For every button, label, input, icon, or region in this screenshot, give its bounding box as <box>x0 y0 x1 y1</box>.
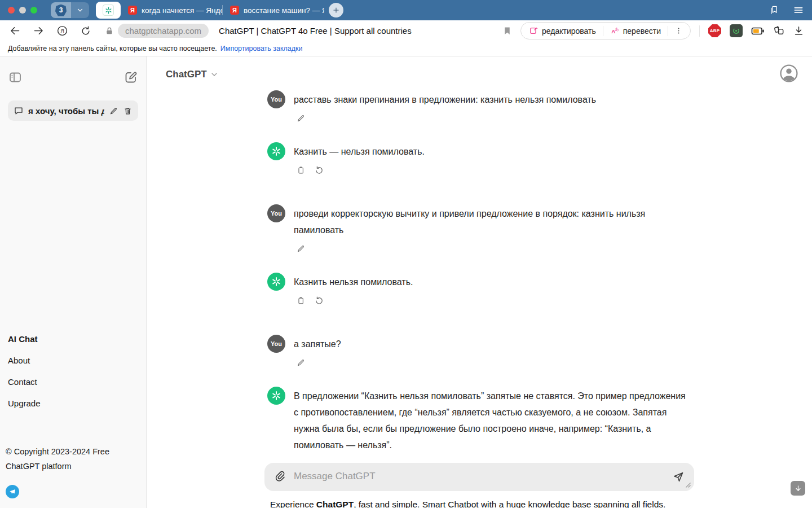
import-bookmarks-link[interactable]: Импортировать закладки <box>220 45 303 52</box>
bookmarks-bar: Добавляйте на эту панель сайты, которые … <box>0 41 812 56</box>
message-row: Казнить — нельзя помиловать. <box>264 142 694 176</box>
back-button[interactable] <box>8 24 21 38</box>
bookmark-icon[interactable] <box>502 26 512 36</box>
scroll-to-bottom-button[interactable] <box>791 481 805 496</box>
sidebar-item-about[interactable]: About <box>8 356 41 365</box>
forward-button[interactable] <box>32 24 45 38</box>
user-avatar: You <box>267 90 285 108</box>
message-row: Youпроведи корректорскую вычитку и приве… <box>264 204 694 253</box>
message-input[interactable] <box>264 463 694 491</box>
collections-extension-icon[interactable] <box>773 25 785 37</box>
telegram-icon <box>8 488 16 496</box>
tab-list-dropdown[interactable] <box>71 2 89 18</box>
message-actions <box>294 244 686 253</box>
regenerate-button[interactable] <box>314 165 324 176</box>
chat-bubble-icon <box>14 106 24 116</box>
tab-title: когда начнется — Яндекс <box>142 6 222 15</box>
telegram-link[interactable] <box>6 485 19 498</box>
chatgpt-avatar <box>267 273 285 291</box>
message-row: В предложении “Казнить нельзя помиловать… <box>264 387 694 453</box>
menu-icon[interactable] <box>793 5 804 16</box>
message-actions <box>294 165 425 176</box>
tab-chatgpt-active[interactable] <box>96 2 121 19</box>
tab-yandex-2[interactable]: Я восстание машин? — Янд <box>223 1 324 19</box>
footer-brand: ChatGPT <box>316 500 354 508</box>
adblock-extension-icon[interactable]: ABP <box>708 24 721 37</box>
downloads-icon[interactable] <box>793 25 804 36</box>
paperclip-icon <box>274 471 286 483</box>
sidebar-toggle-button[interactable] <box>8 70 23 85</box>
regenerate-button[interactable] <box>314 296 324 306</box>
tab-counter[interactable]: 3 <box>51 2 71 18</box>
new-tab-button[interactable] <box>329 3 343 17</box>
message-composer <box>264 463 694 493</box>
account-avatar[interactable] <box>779 64 798 83</box>
user-avatar: You <box>267 204 285 222</box>
more-actions-button[interactable] <box>668 27 689 35</box>
svg-text:Я: Я <box>60 28 64 34</box>
chatgpt-avatar <box>267 142 285 160</box>
lock-icon <box>105 27 114 36</box>
chatgpt-extension-icon[interactable] <box>730 24 743 37</box>
browser-toolbar: Я chatgptchatapp.com ChatGPT | ChatGPT 4… <box>0 20 812 41</box>
edit-message-button[interactable] <box>296 358 306 367</box>
model-dropdown-button[interactable] <box>210 70 219 79</box>
chatgpt-favicon <box>103 5 114 16</box>
message-text: расставь знаки препинания в предложении:… <box>294 90 596 108</box>
new-chat-button[interactable] <box>123 70 138 85</box>
edit-icon <box>529 26 539 36</box>
sidebar-nav: AI Chat About Contact Upgrade <box>8 334 41 408</box>
copyright-text: © Copyright 2023-2024 Free ChatGPT platf… <box>6 445 139 474</box>
message-actions <box>294 296 413 306</box>
footer-suffix: , fast and simple. Smart Chatbot with a … <box>354 500 665 508</box>
translate-button[interactable]: Aあ перевести <box>603 26 668 36</box>
chat-history-item[interactable]: я хочу, чтобы ты дей... <box>8 100 138 121</box>
url-text[interactable]: chatgptchatapp.com <box>118 24 209 38</box>
window-minimize-button[interactable] <box>19 7 26 14</box>
delete-chat-button[interactable] <box>123 106 133 116</box>
battery-extension-icon[interactable] <box>751 25 765 37</box>
message-row: Казнить нельзя помиловать. <box>264 273 694 306</box>
attach-file-button[interactable] <box>274 471 286 485</box>
message-text: Казнить — нельзя помиловать. <box>294 142 425 160</box>
plus-icon <box>332 6 340 14</box>
footer-prefix: Experience <box>270 500 316 508</box>
message-text: проведи корректорскую вычитку и привели … <box>294 204 686 238</box>
bookmarks-hint-text: Добавляйте на эту панель сайты, которые … <box>8 45 217 52</box>
copy-message-button[interactable] <box>296 296 306 306</box>
person-icon <box>779 64 798 83</box>
message-actions <box>294 358 341 367</box>
browser-tab-bar: 3 Я когда начнется — Яндекс Я восстание … <box>0 0 812 20</box>
experience-footer: Experience ChatGPT, fast and simple. Sma… <box>264 500 694 508</box>
message-row: Youрасставь знаки препинания в предложен… <box>264 90 694 123</box>
resize-handle[interactable] <box>685 480 691 490</box>
reload-button[interactable] <box>79 24 92 38</box>
window-zoom-button[interactable] <box>30 7 37 14</box>
bookmarks-panel-icon[interactable] <box>768 5 779 16</box>
chatgpt-avatar <box>267 387 285 405</box>
edit-message-button[interactable] <box>296 244 306 253</box>
toolbar-separator <box>699 25 700 37</box>
sidebar-item-contact[interactable]: Contact <box>8 377 41 387</box>
window-close-button[interactable] <box>8 7 15 14</box>
address-bar[interactable]: chatgptchatapp.com <box>105 24 209 38</box>
yandex-services-icon[interactable]: Я <box>55 24 69 38</box>
copy-message-button[interactable] <box>296 165 306 176</box>
edit-page-label: редактировать <box>542 27 596 36</box>
sidebar-item-upgrade[interactable]: Upgrade <box>8 398 41 408</box>
message-row: Youа запятые? <box>264 335 694 367</box>
translate-icon: Aあ <box>610 26 620 36</box>
page-title: ChatGPT | ChatGPT 4o Free | Support all … <box>219 26 412 36</box>
message-text: В предложении “Казнить нельзя помиловать… <box>294 387 686 453</box>
yandex-favicon: Я <box>128 6 137 15</box>
message-text: Казнить нельзя помиловать. <box>294 273 413 290</box>
user-avatar: You <box>267 335 285 353</box>
send-button[interactable] <box>672 471 685 485</box>
tab-count-badge: 3 <box>55 5 67 16</box>
sidebar-item-ai-chat[interactable]: AI Chat <box>8 334 41 344</box>
tab-yandex-1[interactable]: Я когда начнется — Яндекс <box>121 1 222 19</box>
rename-chat-button[interactable] <box>109 106 118 116</box>
edit-message-button[interactable] <box>296 113 306 123</box>
kebab-icon <box>674 27 683 35</box>
edit-page-button[interactable]: редактировать <box>522 26 603 36</box>
